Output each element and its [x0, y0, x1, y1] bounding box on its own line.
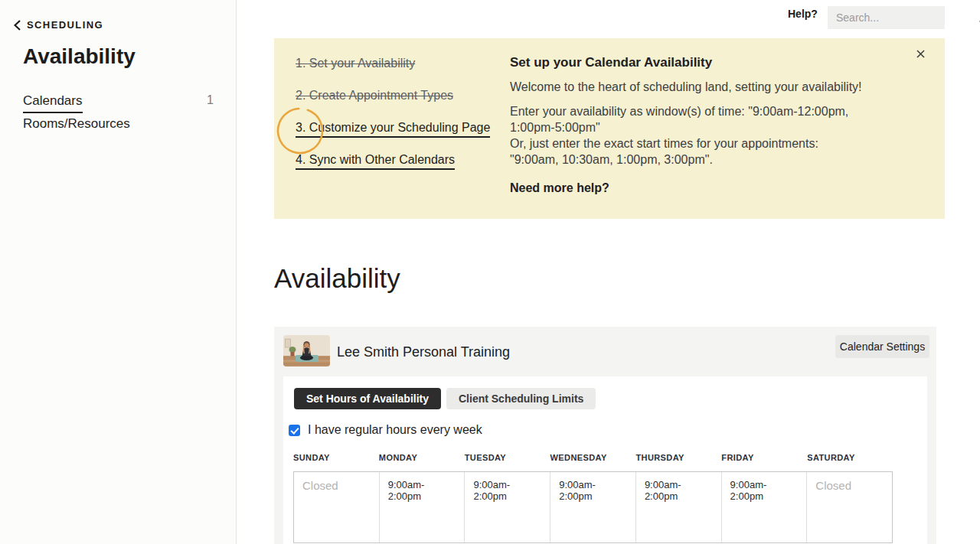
sidebar-item-rooms-resources[interactable]: Rooms/Resources	[23, 116, 214, 139]
calendar-name: Lee Smith Personal Training	[337, 344, 510, 360]
regular-hours-label: I have regular hours every week	[308, 423, 482, 437]
step-label: 4. Sync with Other Calendars	[296, 153, 455, 170]
banner-close-button[interactable]	[913, 47, 928, 61]
hours-input-sunday[interactable]	[294, 472, 379, 542]
banner-body-line-1: Enter your availability as window(s) of …	[510, 103, 858, 135]
hours-input-thursday[interactable]: 9:00am-2:00pm	[636, 472, 721, 542]
search-box	[828, 6, 945, 29]
hours-cell-tuesday: 9:00am-2:00pm	[465, 472, 550, 542]
day-header-sunday: SUNDAY	[293, 453, 379, 462]
day-header-monday: MONDAY	[379, 453, 465, 462]
weekly-hours-grid: 9:00am-2:00pm 9:00am-2:00pm 9:00am-2:00p…	[293, 471, 893, 543]
hours-cell-sunday	[294, 472, 380, 542]
help-link[interactable]: Help?	[788, 8, 818, 20]
banner-heading: Set up your Calendar Availability	[510, 55, 858, 70]
hours-cell-thursday: 9:00am-2:00pm	[636, 472, 722, 542]
banner-welcome-text: Welcome to the heart of scheduling land,…	[510, 80, 858, 94]
chevron-left-icon	[14, 20, 21, 31]
hours-cell-friday: 9:00am-2:00pm	[722, 472, 808, 542]
calendar-thumbnail-image	[283, 335, 330, 366]
availability-tabs: Set Hours of Availability Client Schedul…	[294, 388, 596, 409]
banner-content: Set up your Calendar Availability Welcom…	[510, 55, 858, 195]
hours-input-friday[interactable]: 9:00am-2:00pm	[722, 472, 807, 542]
search-input[interactable]	[828, 6, 978, 29]
step-sync-other-calendars[interactable]: 4. Sync with Other Calendars	[296, 153, 455, 167]
day-header-wednesday: WEDNESDAY	[550, 453, 636, 462]
setup-steps: 1. Set your Availability 2. Create Appoi…	[296, 57, 490, 185]
need-more-help-link[interactable]: Need more help?	[510, 181, 609, 195]
step-create-appointment-types[interactable]: 2. Create Appointment Types	[296, 89, 453, 103]
tab-client-scheduling-limits[interactable]: Client Scheduling Limits	[446, 388, 596, 409]
page-title: Availability	[274, 263, 400, 294]
hours-cell-monday: 9:00am-2:00pm	[380, 472, 466, 542]
sidebar-title: Availability	[23, 44, 136, 69]
hours-input-saturday[interactable]	[807, 472, 892, 542]
hours-cell-wednesday: 9:00am-2:00pm	[550, 472, 636, 542]
calendar-card: Lee Smith Personal Training Calendar Set…	[274, 327, 936, 544]
day-header-thursday: THURSDAY	[635, 453, 721, 462]
tab-set-hours-of-availability[interactable]: Set Hours of Availability	[294, 388, 441, 409]
hours-cell-saturday	[807, 472, 892, 542]
back-label: SCHEDULING	[27, 19, 103, 31]
day-header-friday: FRIDAY	[721, 453, 807, 462]
sidebar-item-label: Calendars	[23, 93, 83, 113]
step-customize-scheduling-page[interactable]: 3. Customize your Scheduling Page	[296, 121, 490, 135]
regular-hours-checkbox[interactable]	[289, 425, 300, 436]
day-header-tuesday: TUESDAY	[465, 453, 550, 462]
calendars-count: 1	[207, 93, 214, 107]
sidebar-nav: Calendars 1 Rooms/Resources	[23, 93, 214, 139]
back-to-scheduling-button[interactable]: SCHEDULING	[14, 19, 103, 31]
day-header-saturday: SATURDAY	[807, 453, 893, 462]
sidebar-item-label: Rooms/Resources	[23, 116, 130, 132]
calendar-settings-button[interactable]: Calendar Settings	[835, 335, 929, 358]
sidebar: SCHEDULING Availability Calendars 1 Room…	[0, 0, 237, 544]
hours-input-wednesday[interactable]: 9:00am-2:00pm	[550, 472, 635, 542]
banner-body-line-2: Or, just enter the exact start times for…	[510, 135, 858, 168]
sidebar-item-calendars[interactable]: Calendars 1	[23, 93, 214, 116]
hours-input-tuesday[interactable]: 9:00am-2:00pm	[465, 472, 550, 542]
onboarding-banner: 1. Set your Availability 2. Create Appoi…	[274, 38, 945, 219]
hours-input-monday[interactable]: 9:00am-2:00pm	[380, 472, 465, 542]
close-icon	[916, 49, 926, 59]
week-day-headers: SUNDAY MONDAY TUESDAY WEDNESDAY THURSDAY…	[293, 453, 893, 462]
regular-hours-row: I have regular hours every week	[289, 423, 482, 437]
step-label: 3. Customize your Scheduling Page	[296, 121, 490, 138]
availability-panel: Set Hours of Availability Client Schedul…	[283, 376, 927, 544]
step-set-availability[interactable]: 1. Set your Availability	[296, 57, 415, 70]
